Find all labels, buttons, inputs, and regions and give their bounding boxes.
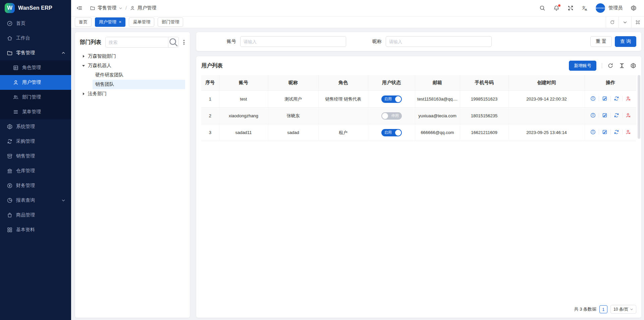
breadcrumb-page[interactable]: 用户管理 bbox=[138, 5, 156, 11]
sidebar-item-menu-management[interactable]: 菜单管理 bbox=[0, 105, 71, 119]
status-toggle[interactable]: 启用 bbox=[381, 129, 402, 136]
username[interactable]: 管理员 bbox=[608, 5, 623, 11]
table-toolbar: 新增账号 bbox=[569, 61, 636, 71]
action-remove-user-button[interactable] bbox=[622, 129, 634, 135]
topbar-tools: 文A WANSEN 管理员 bbox=[539, 3, 637, 13]
nickname-input[interactable] bbox=[386, 36, 492, 47]
sidebar-item-system-management[interactable]: 系统管理 bbox=[0, 119, 71, 134]
reset-button[interactable]: 重 置 bbox=[590, 36, 612, 47]
action-sync-button[interactable] bbox=[610, 129, 622, 135]
tree-node-dept-wansen-robot[interactable]: 万森机器人 bbox=[80, 61, 185, 70]
pie-icon bbox=[7, 197, 13, 203]
page-size-select[interactable]: 10 条/页 bbox=[610, 305, 636, 314]
avatar[interactable]: WANSEN bbox=[596, 3, 605, 13]
sidebar-item-user-management[interactable]: 用户管理 bbox=[0, 75, 71, 90]
sidebar-item-label: 基本资料 bbox=[16, 227, 35, 233]
remove-user-icon bbox=[626, 113, 631, 118]
sidebar-item-role-management[interactable]: 角色管理 bbox=[0, 60, 71, 75]
account-input[interactable] bbox=[240, 36, 346, 47]
action-remove-user-button[interactable] bbox=[622, 96, 634, 101]
breadcrumb-section[interactable]: 零售管理 bbox=[98, 5, 116, 11]
close-icon[interactable]: ✕ bbox=[119, 20, 121, 24]
table-header-row: 序号账号昵称角色用户状态邮箱手机号码创建时间操作 bbox=[201, 75, 636, 91]
chevron-up-icon bbox=[61, 51, 66, 55]
info-icon bbox=[590, 96, 596, 101]
bank-icon bbox=[7, 168, 13, 174]
cell-roles bbox=[318, 108, 368, 124]
cell-actions bbox=[585, 124, 636, 141]
sidebar-item-department-management[interactable]: 部门管理 bbox=[0, 90, 71, 105]
sync-icon bbox=[614, 129, 619, 135]
tree-node-team-hardware-rd[interactable]: 硬件研发团队 bbox=[93, 70, 185, 80]
tree-search bbox=[105, 37, 179, 48]
action-info-button[interactable] bbox=[587, 96, 599, 101]
action-info-button[interactable] bbox=[587, 113, 599, 118]
status-toggle[interactable]: 启用 bbox=[381, 95, 402, 103]
pagination-page-1[interactable]: 1 bbox=[599, 305, 607, 313]
tree-node-team-sales[interactable]: 销售团队 bbox=[93, 80, 185, 89]
gear-icon bbox=[7, 124, 13, 130]
cell-status: 停用 bbox=[368, 108, 415, 124]
action-info-button[interactable] bbox=[587, 129, 599, 135]
status-toggle[interactable]: 停用 bbox=[381, 112, 402, 120]
cell-phone: 19985151623 bbox=[460, 91, 508, 108]
chevron-down-button[interactable] bbox=[619, 16, 631, 28]
action-edit-button[interactable] bbox=[599, 129, 610, 135]
action-sync-button[interactable] bbox=[610, 113, 622, 118]
maximize-button[interactable] bbox=[631, 16, 644, 28]
caret-down-shape bbox=[82, 65, 85, 67]
table-row: 2xiaodongzhang张晓东停用yuxiuaa@tecia.com1801… bbox=[201, 108, 636, 124]
status-label: 停用 bbox=[391, 114, 399, 118]
line-height-icon[interactable] bbox=[619, 63, 625, 69]
sidebar-item-workbench[interactable]: 工作台 bbox=[0, 31, 71, 46]
logo-letter: W bbox=[7, 5, 12, 11]
cell-email: test1158163a@qq.... bbox=[415, 91, 460, 108]
search-icon[interactable] bbox=[539, 5, 545, 11]
sidebar-item-finance-management[interactable]: 财务管理 bbox=[0, 178, 71, 193]
column-header: 创建时间 bbox=[508, 75, 585, 91]
refresh-button[interactable] bbox=[606, 16, 619, 28]
tab-department-management[interactable]: 部门管理 bbox=[158, 17, 183, 27]
translate-icon[interactable]: 文A bbox=[582, 5, 588, 11]
caret-right-icon[interactable] bbox=[81, 55, 86, 58]
tree-search-input[interactable] bbox=[106, 37, 168, 47]
action-sync-button[interactable] bbox=[610, 96, 622, 101]
gear-icon[interactable] bbox=[630, 63, 636, 69]
sidebar-item-basic-data[interactable]: 基本资料 bbox=[0, 222, 71, 237]
add-account-button[interactable]: 新增账号 bbox=[569, 61, 596, 71]
bell-icon[interactable] bbox=[553, 5, 559, 11]
search-button[interactable]: 查 询 bbox=[615, 36, 636, 47]
kebab-menu-icon[interactable] bbox=[183, 39, 185, 46]
fullscreen-icon[interactable] bbox=[568, 5, 574, 11]
cell-email: yuxiuaa@tecia.com bbox=[415, 108, 460, 124]
search-icon[interactable] bbox=[168, 37, 178, 47]
tree-node-dept-wansen-ai[interactable]: 万森智能部门 bbox=[80, 52, 185, 61]
tree-node-dept-legal[interactable]: 法务部门 bbox=[80, 89, 185, 99]
sidebar-item-purchase-management[interactable]: 采购管理 bbox=[0, 134, 71, 149]
action-edit-button[interactable] bbox=[599, 96, 610, 101]
sidebar-item-goods-management[interactable]: 商品管理 bbox=[0, 208, 71, 222]
caret-right-icon[interactable] bbox=[81, 92, 86, 95]
tab-user-management[interactable]: 用户管理✕ bbox=[95, 17, 125, 27]
table-scrollbar[interactable] bbox=[638, 75, 640, 139]
sidebar-item-home[interactable]: 首页 bbox=[0, 16, 71, 31]
gear-icon[interactable] bbox=[631, 5, 637, 11]
sidebar-item-report-query[interactable]: 报表查询 bbox=[0, 193, 71, 208]
bag-icon bbox=[7, 212, 13, 218]
action-remove-user-button[interactable] bbox=[622, 113, 634, 118]
sidebar-item-retail-management[interactable]: 零售管理 bbox=[0, 46, 71, 60]
cell-phone: 16621211609 bbox=[460, 124, 508, 141]
sync-icon bbox=[614, 96, 619, 101]
sidebar-item-warehouse-management[interactable]: 仓库管理 bbox=[0, 164, 71, 178]
sidebar-item-sales-management[interactable]: 销售管理 bbox=[0, 149, 71, 164]
cell-index: 3 bbox=[201, 124, 219, 141]
panel-title: 用户列表 bbox=[201, 62, 223, 69]
action-edit-button[interactable] bbox=[599, 113, 610, 118]
column-header: 操作 bbox=[585, 75, 636, 91]
svg-text:A: A bbox=[585, 8, 587, 11]
refresh-icon[interactable] bbox=[607, 63, 613, 69]
tab-home[interactable]: 首页 bbox=[75, 17, 92, 27]
tab-menu-management[interactable]: 菜单管理 bbox=[129, 17, 154, 27]
caret-down-icon[interactable] bbox=[81, 65, 86, 67]
menu-fold-icon[interactable] bbox=[76, 5, 83, 11]
